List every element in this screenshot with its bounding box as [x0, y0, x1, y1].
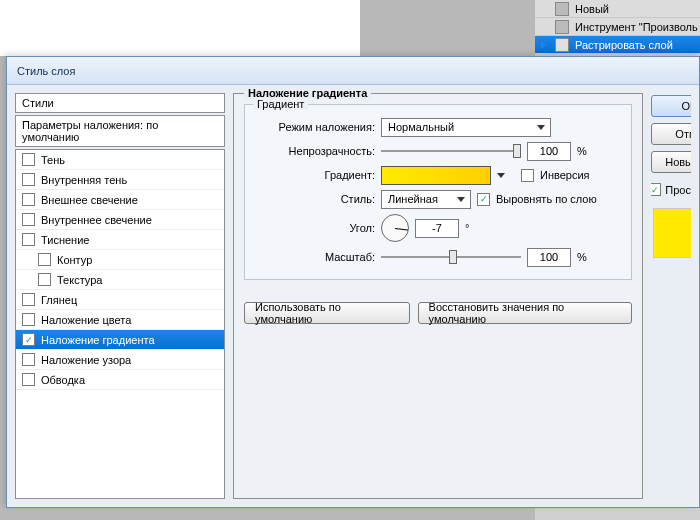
effect-checkbox[interactable] — [22, 293, 35, 306]
effect-item-1[interactable]: Внутренняя тень — [16, 170, 224, 190]
effect-label: Внутренняя тень — [41, 174, 127, 186]
make-default-button[interactable]: Использовать по умолчанию — [244, 302, 410, 324]
blend-mode-select[interactable]: Нормальный — [381, 118, 551, 137]
effect-item-7[interactable]: Глянец — [16, 290, 224, 310]
angle-label: Угол: — [255, 222, 375, 234]
effect-label: Наложение узора — [41, 354, 131, 366]
effect-label: Наложение цвета — [41, 314, 131, 326]
effect-label: Внутреннее свечение — [41, 214, 152, 226]
effect-item-5[interactable]: Контур — [16, 250, 224, 270]
layer-icon — [555, 38, 569, 52]
effect-checkbox[interactable] — [22, 153, 35, 166]
inverse-label: Инверсия — [540, 169, 590, 181]
effect-item-4[interactable]: Тиснение — [16, 230, 224, 250]
menu-item-label: Растрировать слой — [575, 39, 673, 51]
scale-label: Масштаб: — [255, 251, 375, 263]
context-menu: Новый Инструмент "Произволь Растрировать… — [535, 0, 700, 54]
styles-header[interactable]: Стили — [15, 93, 225, 113]
opacity-unit: % — [577, 145, 587, 157]
effect-checkbox[interactable] — [22, 313, 35, 326]
effect-label: Внешнее свечение — [41, 194, 138, 206]
blend-mode-label: Режим наложения: — [255, 121, 375, 133]
effect-label: Тень — [41, 154, 65, 166]
scale-unit: % — [577, 251, 587, 263]
effect-item-0[interactable]: Тень — [16, 150, 224, 170]
preview-swatch — [653, 208, 691, 258]
new-style-button[interactable]: Новый ст — [651, 151, 691, 173]
menu-item-rasterize[interactable]: Растрировать слой — [535, 36, 700, 54]
dialog-title: Стиль слоя — [17, 65, 75, 77]
effect-item-3[interactable]: Внутреннее свечение — [16, 210, 224, 230]
menu-item-label: Инструмент "Произволь — [575, 21, 698, 33]
chevron-down-icon — [537, 125, 545, 130]
reset-default-button[interactable]: Восстановить значения по умолчанию — [418, 302, 632, 324]
opacity-label: Непрозрачность: — [255, 145, 375, 157]
effect-item-10[interactable]: Наложение узора — [16, 350, 224, 370]
menu-item-new[interactable]: Новый — [535, 0, 700, 18]
preview-checkbox[interactable]: ✓ — [651, 183, 661, 196]
effect-item-8[interactable]: Наложение цвета — [16, 310, 224, 330]
angle-unit: ° — [465, 222, 469, 234]
effect-checkbox[interactable] — [38, 273, 51, 286]
effect-checkbox[interactable] — [22, 173, 35, 186]
effect-checkbox[interactable] — [22, 353, 35, 366]
align-label: Выровнять по слою — [496, 193, 597, 205]
opacity-slider[interactable] — [381, 144, 521, 158]
effect-item-9[interactable]: ✓Наложение градиента — [16, 330, 224, 350]
effect-checkbox[interactable] — [22, 213, 35, 226]
scale-slider[interactable] — [381, 250, 521, 264]
angle-value[interactable]: -7 — [415, 219, 459, 238]
effect-label: Глянец — [41, 294, 77, 306]
blending-options-header[interactable]: Параметры наложения: по умолчанию — [15, 115, 225, 147]
effect-checkbox[interactable]: ✓ — [22, 333, 35, 346]
effect-checkbox[interactable] — [22, 233, 35, 246]
gradient-label: Градиент: — [255, 169, 375, 181]
preview-label: Прос — [665, 184, 691, 196]
style-select[interactable]: Линейная — [381, 190, 471, 209]
effect-checkbox[interactable] — [22, 373, 35, 386]
effect-checkbox[interactable] — [38, 253, 51, 266]
layer-style-dialog: Стиль слоя Стили Параметры наложения: по… — [6, 56, 700, 508]
opacity-value[interactable]: 100 — [527, 142, 571, 161]
cancel-button[interactable]: Отме — [651, 123, 691, 145]
effect-label: Текстура — [57, 274, 102, 286]
gradient-overlay-group: Наложение градиента Градиент Режим налож… — [233, 93, 643, 499]
effect-item-2[interactable]: Внешнее свечение — [16, 190, 224, 210]
effect-checkbox[interactable] — [22, 193, 35, 206]
inner-title: Градиент — [253, 98, 308, 110]
play-icon — [541, 41, 546, 49]
angle-dial[interactable] — [381, 214, 409, 242]
chevron-down-icon — [457, 197, 465, 202]
scale-value[interactable]: 100 — [527, 248, 571, 267]
align-checkbox[interactable]: ✓ — [477, 193, 490, 206]
inverse-checkbox[interactable] — [521, 169, 534, 182]
ok-button[interactable]: ОК — [651, 95, 691, 117]
chevron-down-icon — [497, 173, 505, 178]
effects-list: ТеньВнутренняя теньВнешнее свечениеВнутр… — [15, 149, 225, 499]
shape-tool-icon — [555, 20, 569, 34]
dialog-titlebar[interactable]: Стиль слоя — [7, 57, 699, 85]
effect-label: Наложение градиента — [41, 334, 155, 346]
gradient-inner-group: Градиент Режим наложения: Нормальный Неп… — [244, 104, 632, 280]
effect-label: Обводка — [41, 374, 85, 386]
effect-item-6[interactable]: Текстура — [16, 270, 224, 290]
effect-label: Тиснение — [41, 234, 89, 246]
menu-item-tool[interactable]: Инструмент "Произволь — [535, 18, 700, 36]
new-doc-icon — [555, 2, 569, 16]
menu-item-label: Новый — [575, 3, 609, 15]
effect-item-11[interactable]: Обводка — [16, 370, 224, 390]
effect-label: Контур — [57, 254, 92, 266]
style-label: Стиль: — [255, 193, 375, 205]
gradient-swatch[interactable] — [381, 166, 491, 185]
